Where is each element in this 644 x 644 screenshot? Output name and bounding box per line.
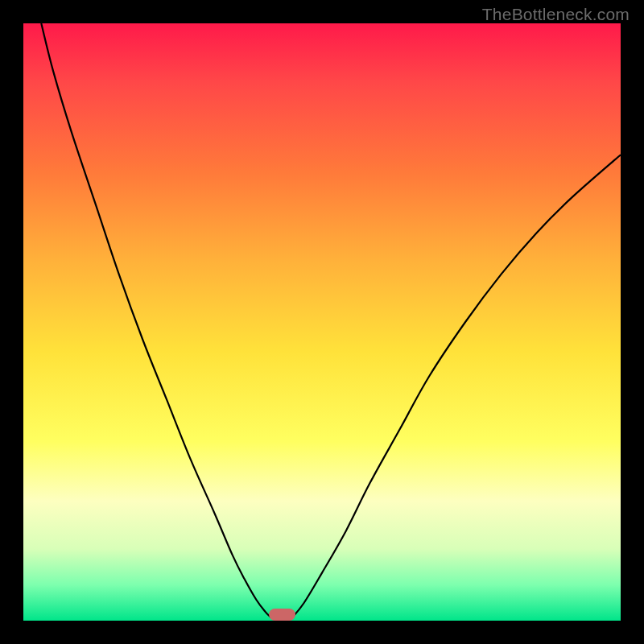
plot-area: [23, 23, 621, 621]
bottleneck-marker: [269, 609, 295, 621]
watermark-text: TheBottleneck.com: [482, 5, 630, 24]
